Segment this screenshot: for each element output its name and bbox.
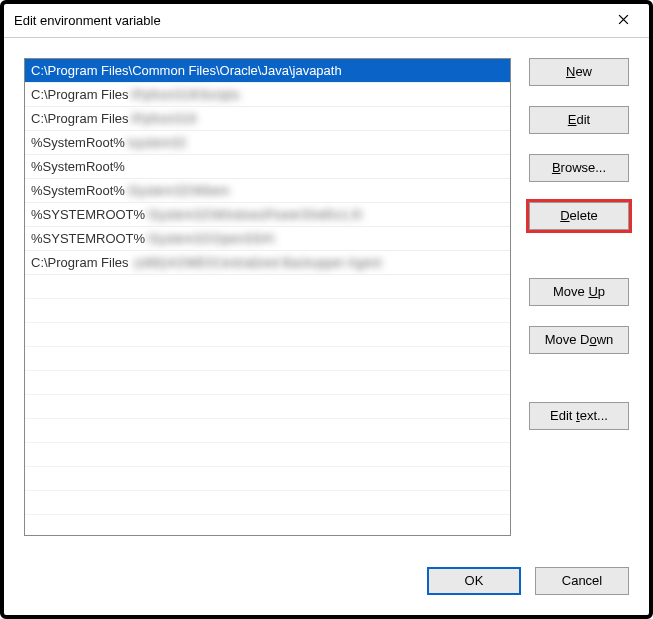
browse-button[interactable]: Browse... bbox=[529, 154, 629, 182]
path-list-empty-row[interactable] bbox=[25, 299, 510, 323]
window-title: Edit environment variable bbox=[14, 13, 161, 28]
path-list-item[interactable]: %SystemRoot% bbox=[25, 155, 510, 179]
edit-button[interactable]: Edit bbox=[529, 106, 629, 134]
footer-buttons: OK Cancel bbox=[427, 567, 629, 595]
path-list-empty-row[interactable] bbox=[25, 443, 510, 467]
path-list-item[interactable]: C:\Program Files (x86)\AOMEI\Centralized… bbox=[25, 251, 510, 275]
path-visible-text: C:\Program Files bbox=[31, 111, 129, 126]
path-list-empty-row[interactable] bbox=[25, 491, 510, 515]
main-row: C:\Program Files\Common Files\Oracle\Jav… bbox=[24, 58, 629, 536]
path-visible-text: %SystemRoot% bbox=[31, 183, 125, 198]
path-visible-text: %SystemRoot% bbox=[31, 159, 125, 174]
path-visible-text: %SYSTEMROOT% bbox=[31, 231, 145, 246]
path-list-empty-row[interactable] bbox=[25, 323, 510, 347]
cancel-button[interactable]: Cancel bbox=[535, 567, 629, 595]
path-list-item[interactable]: %SystemRoot%\system32 bbox=[25, 131, 510, 155]
path-list-empty-row[interactable] bbox=[25, 371, 510, 395]
path-visible-text: %SYSTEMROOT% bbox=[31, 207, 145, 222]
button-column: New Edit Browse... Delete Move Up Move D… bbox=[529, 58, 629, 536]
close-icon bbox=[618, 13, 629, 28]
path-obscured-text: \Python319 bbox=[131, 111, 197, 126]
dialog-window: Edit environment variable C:\Program Fil… bbox=[0, 0, 653, 619]
path-obscured-text: \System32\OpenSSH\ bbox=[147, 231, 274, 246]
path-list-item[interactable]: C:\Program Files\Python319 bbox=[25, 107, 510, 131]
new-button[interactable]: New bbox=[529, 58, 629, 86]
path-list-empty-row[interactable] bbox=[25, 347, 510, 371]
path-list-empty-row[interactable] bbox=[25, 275, 510, 299]
ok-button[interactable]: OK bbox=[427, 567, 521, 595]
edit-text-button[interactable]: Edit text... bbox=[529, 402, 629, 430]
move-up-button[interactable]: Move Up bbox=[529, 278, 629, 306]
path-obscured-text: \system32 bbox=[127, 135, 186, 150]
path-list-item[interactable]: C:\Program Files\Common Files\Oracle\Jav… bbox=[25, 59, 510, 83]
path-visible-text: C:\Program Files bbox=[31, 255, 129, 270]
move-down-button[interactable]: Move Down bbox=[529, 326, 629, 354]
path-obscured-text: \System32\WindowsPowerShell\v1.0\ bbox=[147, 207, 362, 222]
path-list-item[interactable]: %SystemRoot%\System32\Wbem bbox=[25, 179, 510, 203]
path-obscured-text: \Python319\Scripts bbox=[131, 87, 240, 102]
path-visible-text: %SystemRoot% bbox=[31, 135, 125, 150]
path-list-item[interactable]: %SYSTEMROOT%\System32\OpenSSH\ bbox=[25, 227, 510, 251]
delete-button[interactable]: Delete bbox=[529, 202, 629, 230]
path-obscured-text: \System32\Wbem bbox=[127, 183, 230, 198]
path-listbox[interactable]: C:\Program Files\Common Files\Oracle\Jav… bbox=[24, 58, 511, 536]
client-area: C:\Program Files\Common Files\Oracle\Jav… bbox=[4, 38, 649, 615]
titlebar: Edit environment variable bbox=[4, 4, 649, 38]
path-obscured-text: (x86)\AOMEI\Centralized Backupper Agent bbox=[131, 255, 382, 270]
path-list-empty-row[interactable] bbox=[25, 467, 510, 491]
path-visible-text: C:\Program Files bbox=[31, 87, 129, 102]
path-list-empty-row[interactable] bbox=[25, 395, 510, 419]
path-visible-text: C:\Program Files\Common Files\Oracle\Jav… bbox=[31, 63, 342, 78]
close-button[interactable] bbox=[603, 7, 643, 35]
path-list-empty-row[interactable] bbox=[25, 419, 510, 443]
path-list-item[interactable]: C:\Program Files\Python319\Scripts bbox=[25, 83, 510, 107]
path-list-item[interactable]: %SYSTEMROOT%\System32\WindowsPowerShell\… bbox=[25, 203, 510, 227]
